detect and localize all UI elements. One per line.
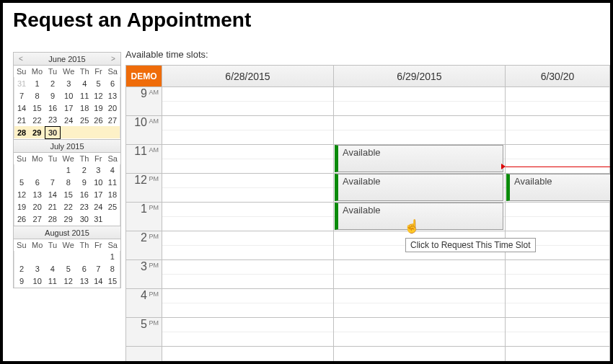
calendar-day[interactable]: 17 bbox=[92, 189, 105, 201]
calendar-day[interactable]: 16 bbox=[45, 102, 60, 114]
time-cell[interactable] bbox=[162, 188, 333, 203]
calendar-day[interactable]: 6 bbox=[77, 263, 92, 275]
time-grid[interactable]: AvailableAvailableAvailableAvailable bbox=[162, 87, 610, 361]
time-cell[interactable] bbox=[162, 102, 333, 116]
calendar-day[interactable]: 30 bbox=[45, 126, 60, 138]
calendar-day[interactable]: 23 bbox=[45, 114, 60, 126]
calendar-day[interactable]: 21 bbox=[45, 201, 59, 213]
calendar-day[interactable]: 5 bbox=[92, 77, 105, 89]
calendar-day[interactable]: 8 bbox=[29, 89, 45, 102]
calendar-day[interactable]: 17 bbox=[60, 102, 77, 114]
time-cell[interactable] bbox=[334, 347, 505, 361]
calendar-day[interactable]: 22 bbox=[29, 114, 45, 126]
calendar-day[interactable]: 7 bbox=[14, 89, 30, 102]
calendar-day[interactable]: 10 bbox=[92, 177, 105, 189]
time-cell[interactable] bbox=[162, 289, 333, 303]
time-cell[interactable] bbox=[162, 275, 333, 289]
calendar-day[interactable]: 29 bbox=[29, 126, 45, 138]
calendar-day[interactable]: 19 bbox=[14, 201, 30, 213]
time-cell[interactable] bbox=[334, 318, 505, 332]
time-cell[interactable] bbox=[334, 332, 505, 347]
time-cell[interactable] bbox=[506, 116, 609, 130]
time-cell[interactable] bbox=[334, 87, 505, 102]
time-cell[interactable] bbox=[162, 303, 333, 318]
calendar-day[interactable]: 11 bbox=[77, 89, 92, 102]
time-cell[interactable] bbox=[506, 130, 609, 145]
time-cell[interactable] bbox=[162, 318, 333, 332]
calendar-day[interactable]: 19 bbox=[92, 102, 105, 114]
time-cell[interactable] bbox=[162, 246, 333, 260]
calendar-day[interactable]: 23 bbox=[77, 201, 92, 213]
calendar-day[interactable]: 15 bbox=[105, 275, 120, 288]
prev-month-button[interactable]: < bbox=[15, 53, 27, 66]
time-cell[interactable] bbox=[334, 260, 505, 275]
time-cell[interactable] bbox=[162, 231, 333, 246]
calendar-day[interactable]: 13 bbox=[29, 189, 45, 201]
calendar-day[interactable]: 31 bbox=[14, 77, 30, 89]
calendar-day[interactable]: 10 bbox=[60, 89, 77, 102]
calendar-day[interactable]: 12 bbox=[14, 189, 30, 201]
calendar-day[interactable]: 2 bbox=[77, 164, 92, 177]
time-cell[interactable] bbox=[162, 116, 333, 130]
calendar-day[interactable]: 28 bbox=[45, 213, 59, 226]
time-cell[interactable] bbox=[506, 303, 609, 318]
day-header[interactable]: 6/30/20 bbox=[506, 66, 610, 86]
time-slot-event[interactable]: Available bbox=[335, 145, 503, 172]
day-column[interactable] bbox=[506, 87, 610, 361]
calendar-day[interactable]: 2 bbox=[45, 77, 60, 89]
calendar-day[interactable]: 9 bbox=[77, 177, 92, 189]
calendar-day[interactable]: 14 bbox=[45, 189, 59, 201]
calendar-day[interactable]: 29 bbox=[60, 213, 77, 226]
time-cell[interactable] bbox=[162, 87, 333, 102]
calendar-day[interactable]: 15 bbox=[60, 189, 77, 201]
calendar-day[interactable]: 26 bbox=[92, 114, 105, 126]
time-cell[interactable] bbox=[506, 102, 609, 116]
calendar-day[interactable]: 14 bbox=[14, 102, 30, 114]
calendar-day[interactable]: 4 bbox=[105, 164, 120, 177]
calendar-day[interactable]: 25 bbox=[77, 114, 92, 126]
calendar-day[interactable]: 8 bbox=[60, 177, 77, 189]
calendar-day[interactable]: 13 bbox=[77, 275, 92, 288]
calendar-day[interactable]: 3 bbox=[60, 77, 77, 89]
day-column[interactable] bbox=[162, 87, 334, 361]
calendar-day[interactable]: 2 bbox=[14, 263, 30, 275]
time-cell[interactable] bbox=[506, 275, 609, 289]
calendar-day[interactable]: 12 bbox=[60, 275, 77, 288]
time-slot-event[interactable]: Available bbox=[335, 203, 503, 230]
calendar-day[interactable]: 21 bbox=[14, 114, 30, 126]
time-cell[interactable] bbox=[162, 174, 333, 188]
calendar-day[interactable]: 10 bbox=[29, 275, 45, 288]
calendar-day[interactable]: 6 bbox=[29, 177, 45, 189]
calendar-day[interactable]: 9 bbox=[14, 275, 30, 288]
time-cell[interactable] bbox=[334, 289, 505, 303]
calendar-day[interactable]: 5 bbox=[14, 177, 30, 189]
calendar-day[interactable]: 1 bbox=[105, 251, 120, 263]
calendar-day[interactable]: 3 bbox=[29, 263, 45, 275]
time-cell[interactable] bbox=[162, 130, 333, 145]
day-header[interactable]: 6/29/2015 bbox=[334, 66, 506, 86]
calendar-day[interactable]: 14 bbox=[92, 275, 105, 288]
calendar-day[interactable]: 4 bbox=[77, 77, 92, 89]
calendar-day[interactable]: 8 bbox=[105, 263, 120, 275]
time-slot-event[interactable]: Available bbox=[335, 174, 503, 201]
time-cell[interactable] bbox=[506, 289, 609, 303]
calendar-day[interactable]: 24 bbox=[60, 114, 77, 126]
time-cell[interactable] bbox=[506, 347, 609, 361]
calendar-day[interactable]: 4 bbox=[45, 263, 59, 275]
time-cell[interactable] bbox=[162, 347, 333, 361]
calendar-day[interactable]: 30 bbox=[77, 213, 92, 226]
time-cell[interactable] bbox=[162, 332, 333, 347]
calendar-day[interactable]: 18 bbox=[77, 102, 92, 114]
time-cell[interactable] bbox=[506, 145, 609, 159]
time-cell[interactable] bbox=[162, 260, 333, 275]
time-cell[interactable] bbox=[506, 260, 609, 275]
time-cell[interactable] bbox=[334, 275, 505, 289]
time-cell[interactable] bbox=[162, 159, 333, 174]
calendar-day[interactable]: 31 bbox=[92, 213, 105, 226]
calendar-day[interactable]: 3 bbox=[92, 164, 105, 177]
calendar-day[interactable]: 11 bbox=[45, 275, 59, 288]
calendar-day[interactable]: 5 bbox=[60, 263, 77, 275]
time-cell[interactable] bbox=[506, 217, 609, 231]
calendar-day[interactable]: 7 bbox=[92, 263, 105, 275]
calendar-day[interactable]: 24 bbox=[92, 201, 105, 213]
